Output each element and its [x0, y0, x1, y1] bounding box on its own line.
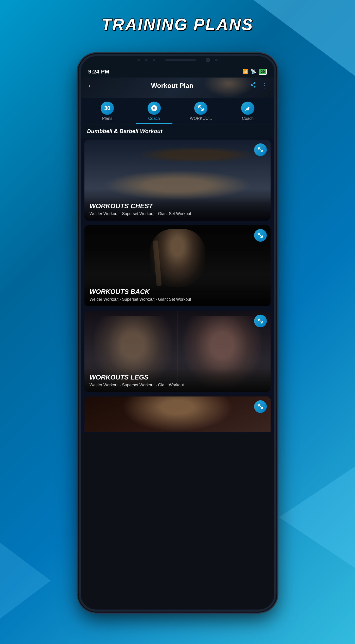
header-bg: ← Workout Plan ⋮ — [81, 78, 274, 98]
camera-bar — [81, 56, 274, 64]
section-label: Dumbbell & Barbell Workout — [81, 124, 274, 138]
tab-workout[interactable]: WORKOU... — [178, 100, 224, 124]
tab-coach2-icon — [241, 102, 254, 115]
battery-badge: 29 — [259, 69, 267, 75]
tab-coach1-label: Coach — [148, 116, 160, 121]
camera-dot-right — [215, 59, 218, 61]
card-chest-badge — [254, 143, 267, 156]
chest-barbell — [140, 147, 252, 162]
card-back-content: WORKOUTS BACK Weider Workout - Superset … — [84, 283, 271, 306]
camera-dot-left2 — [145, 59, 148, 61]
card-fourth-badge — [254, 400, 267, 413]
tab-plans-number: 30 — [104, 105, 110, 111]
card-back-title: WORKOUTS BACK — [90, 288, 265, 296]
tab-coach2-label: Coach — [242, 116, 254, 121]
tab-coach2[interactable]: Coach — [225, 100, 271, 124]
workout-card-legs[interactable]: WORKOUTS LEGS Weider Workout - Superset … — [84, 311, 271, 392]
bg-decoration-bottom-right — [279, 467, 355, 568]
tab-coach1-icon — [148, 102, 161, 115]
card-chest-title: WORKOUTS CHEST — [90, 202, 265, 210]
fourth-person-body — [122, 396, 233, 432]
workout-card-chest[interactable]: WORKOUTS CHEST Weider Workout - Superset… — [84, 140, 271, 221]
more-icon[interactable]: ⋮ — [261, 82, 268, 90]
page-title: TRAINING PLANS — [101, 15, 254, 34]
header-actions: ⋮ — [250, 82, 268, 90]
status-icons: 📶 📡 29 — [242, 69, 267, 75]
tab-workout-icon — [194, 102, 207, 115]
card-chest-subtitle: Weider Workout - Superset Workout - Gian… — [90, 212, 265, 216]
card-legs-content: WORKOUTS LEGS Weider Workout - Superset … — [84, 368, 271, 392]
bg-decoration-left — [0, 543, 51, 619]
phone-frame: 9:24 PM 📶 📡 29 ← Workout Plan ⋮ — [79, 54, 276, 612]
card-fourth-bg — [84, 396, 271, 432]
status-bar: 9:24 PM 📶 📡 29 — [81, 64, 274, 78]
header-title: Workout Plan — [151, 82, 193, 90]
wifi-icon: 📡 — [251, 69, 256, 74]
tab-plans[interactable]: 30 Plans — [84, 100, 130, 124]
workout-card-fourth-partial[interactable] — [84, 396, 271, 432]
workout-card-back[interactable]: WORKOUTS BACK Weider Workout - Superset … — [84, 225, 271, 306]
section-label-text: Dumbbell & Barbell Workout — [87, 128, 163, 134]
card-back-badge — [254, 229, 267, 242]
tab-workout-label: WORKOU... — [190, 116, 212, 121]
camera-dot-left — [137, 59, 140, 61]
speaker-bar — [165, 59, 196, 61]
status-time: 9:24 PM — [88, 68, 109, 75]
app-header: ← Workout Plan ⋮ — [81, 78, 274, 94]
share-icon[interactable] — [250, 82, 256, 90]
card-legs-badge — [254, 315, 267, 327]
back-button[interactable]: ← — [87, 81, 95, 90]
tab-coach1[interactable]: Coach — [131, 100, 177, 124]
chest-person-body — [103, 170, 252, 200]
tab-plans-label: Plans — [102, 116, 112, 121]
card-chest-content: WORKOUTS CHEST Weider Workout - Superset… — [84, 197, 271, 221]
tab-plans-icon: 30 — [101, 102, 114, 115]
workout-cards-container: WORKOUTS CHEST Weider Workout - Superset… — [81, 138, 274, 433]
card-legs-subtitle: Weider Workout - Superset Workout - Gia.… — [90, 383, 265, 387]
camera-dot-left3 — [153, 59, 155, 61]
camera-main — [206, 58, 210, 62]
signal-icon: 📶 — [242, 69, 248, 74]
card-back-subtitle: Weider Workout - Superset Workout - Gian… — [90, 297, 265, 302]
card-legs-title: WORKOUTS LEGS — [90, 373, 265, 381]
tab-bar: 30 Plans Coach WORKOU... — [81, 98, 274, 124]
